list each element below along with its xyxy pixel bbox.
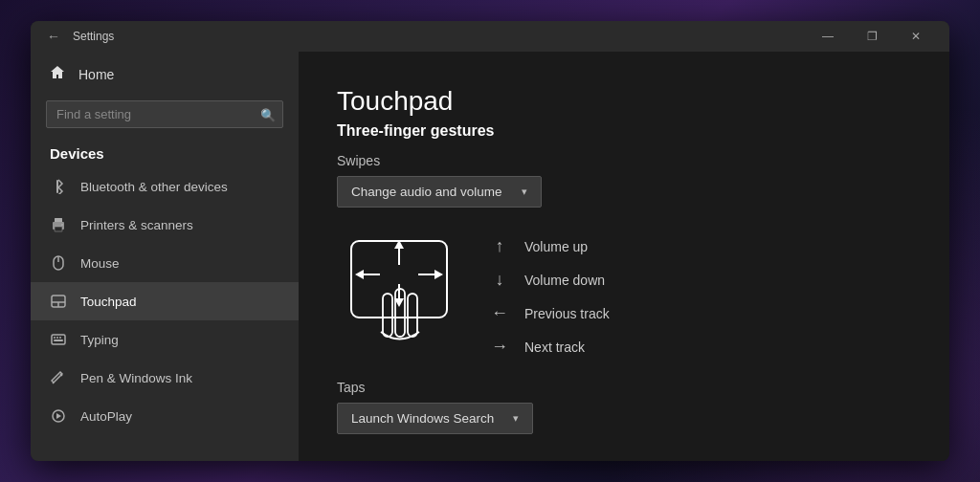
swipes-dropdown[interactable]: Change audio and volume ▾ [337,176,542,208]
svg-point-4 [61,224,63,226]
swipes-dropdown-value: Change audio and volume [351,185,502,199]
home-icon [50,65,65,83]
touchpad-label: Touchpad [80,295,137,309]
right-arrow-icon: → [490,337,509,357]
sidebar-item-touchpad[interactable]: Touchpad [31,282,299,320]
prev-track-label: Previous track [524,306,610,321]
pen-icon [50,369,67,386]
printers-label: Printers & scanners [80,218,193,232]
window-title: Settings [73,30,806,43]
svg-rect-25 [383,294,392,337]
sidebar-item-printers[interactable]: Printers & scanners [31,206,299,244]
content-area: Home 🔍 Devices Bluetooth & other devices [31,52,949,461]
taps-dropdown[interactable]: Launch Windows Search ▾ [337,403,533,434]
left-arrow-icon: ← [490,303,509,323]
down-arrow-icon: ↓ [490,270,509,290]
gesture-illustration [337,227,461,361]
search-icon: 🔍 [260,107,276,121]
gesture-area: ↑ Volume up ↓ Volume down ← Previous tra… [337,227,911,361]
minimize-button[interactable]: — [806,21,850,52]
swipes-label: Swipes [337,153,911,168]
sidebar-item-mouse[interactable]: Mouse [31,244,299,282]
gesture-action-volume-down: ↓ Volume down [490,270,610,290]
gesture-actions-list: ↑ Volume up ↓ Volume down ← Previous tra… [490,227,610,357]
gesture-action-prev-track: ← Previous track [490,303,610,323]
printer-icon [50,216,67,233]
taps-section: Taps Launch Windows Search ▾ [337,380,911,434]
sidebar-item-autoplay[interactable]: AutoPlay [31,397,299,435]
sidebar-items-list: Bluetooth & other devices Printers & sca… [31,167,299,461]
close-button[interactable]: ✕ [894,21,938,52]
titlebar: ← Settings — ❐ ✕ [31,21,949,52]
svg-rect-0 [56,180,58,193]
page-title: Touchpad [337,86,911,117]
sidebar-item-pen[interactable]: Pen & Windows Ink [31,359,299,397]
svg-rect-3 [55,227,62,231]
sidebar-item-typing[interactable]: Typing [31,320,299,359]
main-panel: Touchpad Three-finger gestures Swipes Ch… [299,52,949,461]
taps-chevron-down-icon: ▾ [513,412,519,425]
section-heading: Three-finger gestures [337,122,911,140]
chevron-down-icon: ▾ [522,186,527,198]
typing-label: Typing [80,333,119,347]
next-track-label: Next track [524,340,585,355]
taps-label: Taps [337,380,911,395]
typing-icon [50,331,67,348]
touchpad-icon [50,293,67,310]
autoplay-icon [50,407,67,425]
up-arrow-icon: ↑ [490,236,509,256]
volume-up-label: Volume up [524,239,588,254]
mouse-label: Mouse [80,256,120,271]
maximize-button[interactable]: ❐ [850,21,894,52]
svg-rect-27 [408,294,417,337]
window-controls: — ❐ ✕ [806,21,938,52]
autoplay-label: AutoPlay [80,409,132,424]
volume-down-label: Volume down [524,273,605,288]
sidebar-item-bluetooth[interactable]: Bluetooth & other devices [31,167,299,206]
pen-label: Pen & Windows Ink [80,371,192,385]
swipes-section: Swipes Change audio and volume ▾ [337,153,911,208]
svg-marker-24 [434,270,443,279]
back-button[interactable]: ← [42,25,65,48]
sidebar: Home 🔍 Devices Bluetooth & other devices [31,52,299,461]
taps-dropdown-value: Launch Windows Search [351,411,494,426]
home-label: Home [78,67,114,82]
settings-window: ← Settings — ❐ ✕ Home 🔍 Devi [31,21,949,461]
svg-rect-2 [55,218,62,222]
sidebar-item-home[interactable]: Home [31,52,299,97]
mouse-icon [50,254,67,272]
sidebar-section-title: Devices [31,136,299,167]
bluetooth-label: Bluetooth & other devices [80,180,228,194]
bluetooth-icon [50,178,67,195]
gesture-action-next-track: → Next track [490,337,610,357]
search-input[interactable] [46,100,283,128]
search-container: 🔍 [46,100,283,128]
svg-marker-22 [355,270,364,279]
gesture-action-volume-up: ↑ Volume up [490,236,610,256]
